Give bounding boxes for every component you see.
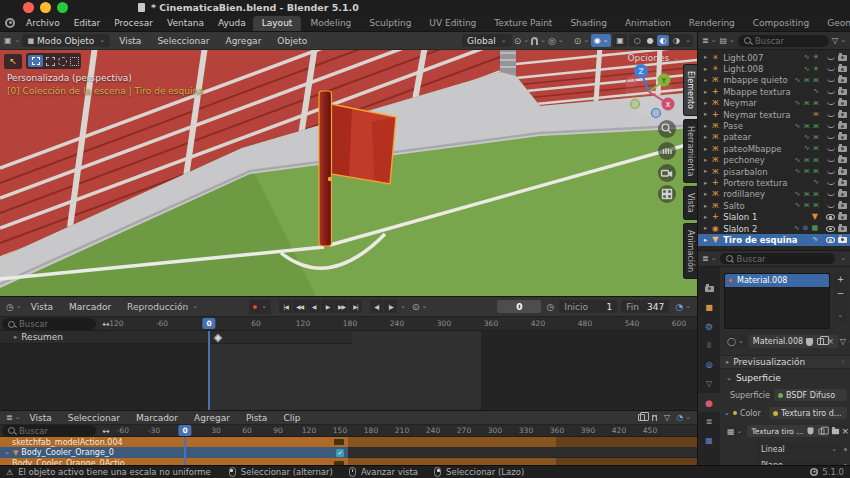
collapse-icon[interactable] <box>4 449 10 456</box>
viewport-3d[interactable]: Z Y X <box>0 32 697 296</box>
eye-closed-icon[interactable] <box>827 192 835 196</box>
sidebar-tab-animacion[interactable]: Animación <box>683 223 697 279</box>
menu-editar[interactable]: Editar <box>67 18 108 28</box>
eye-closed-icon[interactable] <box>827 67 835 71</box>
tab-render[interactable] <box>698 279 720 298</box>
nla-ruler[interactable]: ↔ -60 -30 30 60 90 120 150 180 210 240 2… <box>0 425 697 437</box>
range-filter-button[interactable]: ↔ <box>98 425 114 436</box>
tab-texture-paint[interactable]: Texture Paint <box>485 16 561 31</box>
camera-render-icon[interactable] <box>838 66 847 72</box>
properties-search-input[interactable] <box>737 254 831 264</box>
menu-ayuda[interactable]: Ayuda <box>211 18 253 28</box>
unlink-image-button[interactable]: × <box>842 425 850 437</box>
interpolation-dropdown[interactable]: Lineal <box>757 443 841 455</box>
tab-constraints[interactable]: ≣ <box>698 412 720 431</box>
remove-slot-button[interactable]: − <box>834 287 847 299</box>
outliner-search[interactable] <box>738 35 829 47</box>
tab-animation[interactable]: Animation <box>616 16 680 31</box>
tab-object-data[interactable]: ▽ <box>698 374 720 393</box>
material-slot-selected[interactable]: Material.008 <box>725 274 829 287</box>
eye-closed-icon[interactable] <box>827 113 835 117</box>
nla-menu-clip[interactable]: Clip <box>276 413 307 423</box>
tab-uv-editing[interactable]: UV Editing <box>420 16 485 31</box>
animate-dot-icon[interactable] <box>844 448 847 451</box>
surface-panel-header[interactable]: Superficie <box>720 371 850 385</box>
eye-closed-icon[interactable] <box>827 78 835 82</box>
prev-keyframe-button[interactable]: ◀◀ <box>293 300 306 313</box>
frame-back-button[interactable]: ◀| <box>370 300 383 313</box>
eye-closed-icon[interactable] <box>827 158 835 162</box>
duplicate-image-icon[interactable] <box>818 428 824 434</box>
pivot-point-button[interactable]: ⊙ <box>514 36 529 46</box>
browse-material-button[interactable]: ◯ <box>724 335 747 348</box>
outliner-item-pechoney[interactable]: жpechoney∿жж <box>698 155 850 166</box>
tab-physics[interactable]: ⊚ <box>698 355 720 374</box>
timeline-ruler[interactable]: ↔ -120 -60 60 120 180 240 300 360 420 48… <box>0 317 697 331</box>
tab-sculpting[interactable]: Sculpting <box>360 16 420 31</box>
xray-toggle-button[interactable]: ▣ <box>613 34 627 47</box>
use-preview-range-icon[interactable]: ◷ <box>546 302 554 312</box>
select-circle-icon[interactable] <box>46 57 55 66</box>
nla-menu-marcador[interactable]: Marcador <box>129 413 185 423</box>
camera-render-icon[interactable] <box>838 89 847 95</box>
nla-track-area[interactable]: sketchfab_modelAction.004 ▼ Body_Cooler_… <box>0 437 697 465</box>
expand-icon[interactable] <box>704 214 707 221</box>
nla-snap-icon[interactable] <box>652 414 658 421</box>
camera-render-icon[interactable] <box>838 214 847 220</box>
image-name-field[interactable]: Textura tiro ... <box>747 425 828 437</box>
keying-set-button[interactable]: ⊙ <box>412 302 427 312</box>
nla-menu-agregar[interactable]: Agregar <box>187 413 237 423</box>
eye-closed-icon[interactable] <box>827 90 835 94</box>
eye-open-icon[interactable] <box>826 226 835 232</box>
menu-ventana[interactable]: Ventana <box>160 18 211 28</box>
nla-editor-type-button[interactable]: ≣ <box>6 413 21 422</box>
nla-playhead-tag[interactable]: 0 <box>178 425 191 436</box>
sidebar-tab-elemento[interactable]: Elemento <box>683 64 697 116</box>
collapse-icon[interactable] <box>724 410 730 417</box>
menu-agregar[interactable]: Agregar <box>219 36 269 46</box>
slot-specials-button[interactable] <box>834 309 847 321</box>
expand-icon[interactable] <box>704 146 707 153</box>
camera-render-icon[interactable] <box>838 112 847 118</box>
open-image-button[interactable] <box>831 425 840 437</box>
tweak-tool-button[interactable]: ↖ <box>4 54 22 69</box>
outliner-item-light008[interactable]: ☀Light.008∿☀ <box>698 63 850 74</box>
current-frame-field[interactable]: 0 <box>497 300 541 313</box>
eye-closed-icon[interactable] <box>827 147 835 151</box>
outliner-item-mbappe-textura[interactable]: +Mbappe textura∿ <box>698 86 850 97</box>
expand-icon[interactable] <box>704 134 707 141</box>
track-enable-checkbox[interactable]: ✓ <box>336 449 344 457</box>
timeline-playhead-line[interactable] <box>208 331 210 410</box>
eye-closed-icon[interactable] <box>827 170 835 174</box>
expand-icon[interactable] <box>704 111 707 118</box>
expand-icon[interactable] <box>704 89 707 96</box>
summary-channel-row[interactable]: Resumen <box>0 331 352 344</box>
jump-to-start-button[interactable]: |◀ <box>279 300 292 313</box>
eye-open-icon[interactable] <box>826 237 835 243</box>
tab-shading[interactable]: Shading <box>561 16 616 31</box>
camera-render-icon[interactable] <box>838 123 847 129</box>
tab-rendering[interactable]: Rendering <box>680 16 744 31</box>
outliner-item-rodillaney[interactable]: жrodillaney∿жж <box>698 189 850 200</box>
tab-layout[interactable]: Layout <box>253 16 302 31</box>
nla-strip-row[interactable]: sketchfab_modelAction.004 <box>0 437 697 447</box>
tab-object[interactable]: ■ <box>698 298 720 317</box>
expand-icon[interactable] <box>704 191 707 198</box>
properties-editor-type-button[interactable]: ≣ <box>702 254 717 263</box>
camera-render-icon[interactable] <box>838 77 847 83</box>
outliner-item-slalon1[interactable]: +Slalon 1▼ <box>698 211 850 222</box>
browse-image-button[interactable]: ▦ <box>724 425 745 437</box>
sync-dropdown[interactable]: ◔ <box>675 302 691 312</box>
minimize-window-button[interactable] <box>40 2 51 13</box>
expand-icon[interactable] <box>704 77 707 84</box>
outliner-item-pisarbalon[interactable]: жpisarbalon∿жж <box>698 166 850 177</box>
camera-render-icon[interactable] <box>838 134 847 140</box>
eye-closed-icon[interactable] <box>827 135 835 139</box>
eye-closed-icon[interactable] <box>827 101 835 105</box>
eye-closed-icon[interactable] <box>827 124 835 128</box>
outliner-filter-mode-button[interactable]: ▤ <box>720 36 735 45</box>
camera-render-icon[interactable] <box>838 203 847 209</box>
show-gizmo-button[interactable]: ⊙ <box>574 36 589 46</box>
tab-texture[interactable]: ▦ <box>698 431 720 450</box>
expand-icon[interactable] <box>704 54 707 61</box>
